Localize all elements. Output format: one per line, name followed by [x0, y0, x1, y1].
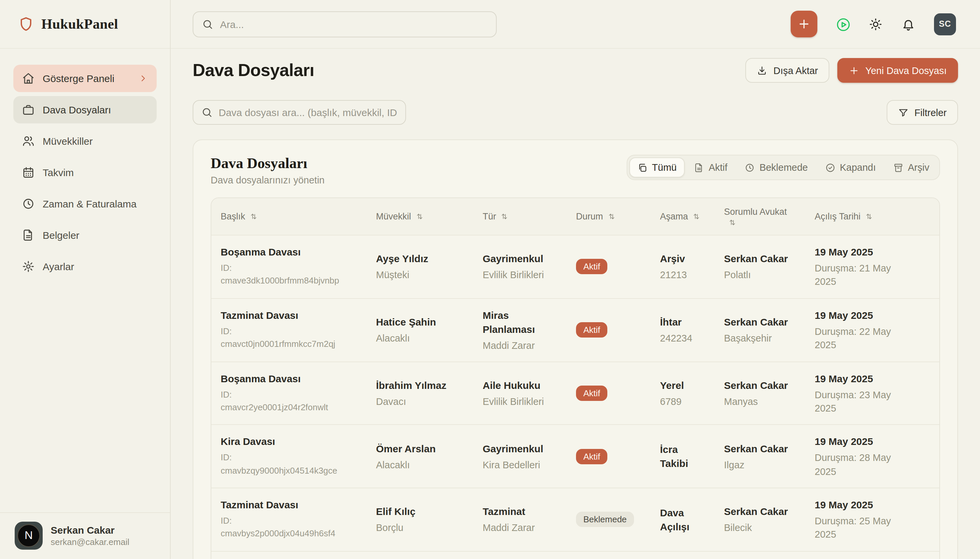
column-header[interactable]: Durum	[567, 198, 651, 235]
table-row[interactable]: Tazminat Davası ID:cmavbys2p000djx04u49h…	[211, 488, 939, 551]
house-icon	[22, 72, 35, 85]
account-avatar[interactable]: SC	[934, 13, 956, 35]
column-header[interactable]: Açılış Tarihi	[805, 198, 939, 235]
status-tab[interactable]: Aktif	[686, 157, 735, 177]
sidebar-item[interactable]: Ayarlar	[13, 253, 157, 280]
case-title: Tazminat Davası	[221, 309, 357, 321]
case-title: Boşanma Davası	[221, 372, 357, 384]
status-tab[interactable]: Kapandı	[817, 157, 884, 177]
case-type: Tazminat	[483, 504, 557, 518]
sort-icon	[728, 218, 737, 227]
calendar-icon	[22, 166, 35, 179]
case-id: ID:cmavbzqy9000hjx04514k3gce	[221, 451, 357, 477]
hearing-date: Duruşma: 25 May 2025	[815, 514, 896, 541]
lawyer-location: Bilecik	[724, 521, 796, 535]
client-role: Müşteki	[376, 268, 464, 282]
status-tab[interactable]: Beklemede	[737, 157, 816, 177]
tab-label: Beklemede	[759, 162, 808, 173]
case-type-sub: Maddi Zarar	[483, 339, 557, 352]
file-icon	[694, 162, 704, 172]
export-button[interactable]: Dışa Aktar	[745, 58, 829, 83]
client-name: Ömer Arslan	[376, 441, 464, 455]
tab-label: Aktif	[709, 162, 728, 173]
notifications-button[interactable]	[901, 17, 915, 31]
table-row[interactable]: Boşanma Davası ID:cmavcr2ye0001jz04r2fon…	[211, 362, 939, 425]
stage: İhtar	[660, 315, 705, 329]
stage: Yerel	[660, 378, 705, 392]
shield-logo-icon	[18, 15, 34, 33]
case-id: ID:cmavcr2ye0001jz04r2fonwlt	[221, 388, 357, 414]
topbar: SC	[171, 0, 980, 49]
sidebar-item[interactable]: Belgeler	[13, 222, 157, 249]
stage: İcra Takibi	[660, 442, 705, 470]
tour-play-button[interactable]	[836, 17, 850, 31]
panel-title: Dava Dosyaları	[211, 155, 325, 172]
hearing-date: Duruşma: 28 May 2025	[815, 451, 896, 478]
theme-toggle-button[interactable]	[869, 17, 883, 31]
global-search-input[interactable]	[220, 18, 487, 30]
client-name: Ayşe Yıldız	[376, 251, 464, 266]
case-search-input[interactable]	[219, 107, 397, 118]
client-name: Elif Kılıç	[376, 504, 464, 518]
column-header[interactable]: Müvekkil	[367, 198, 474, 235]
sort-icon	[607, 212, 616, 221]
clock-icon	[22, 197, 35, 210]
lawyer-location: Ilgaz	[724, 458, 796, 471]
column-header[interactable]: Başlık	[211, 198, 367, 235]
table-row[interactable]: Tazminat Davası ID:cmavct0jn0001rfmmkcc7…	[211, 298, 939, 362]
client-role: Borçlu	[376, 521, 464, 535]
lawyer-location: Başakşehir	[724, 332, 796, 345]
quick-add-button[interactable]	[791, 11, 817, 37]
cases-panel: Dava Dosyaları Dava dosyalarınızı yöneti…	[193, 139, 958, 559]
user-avatar: N	[15, 522, 43, 550]
sun-icon	[869, 17, 883, 31]
sidebar-item-label: Takvim	[43, 167, 74, 178]
status-tab[interactable]: Tümü	[629, 157, 685, 177]
case-type: Miras Planlaması	[483, 308, 557, 336]
sidebar-item-label: Zaman & Faturalama	[43, 198, 137, 210]
sidebar-item[interactable]: Gösterge Paneli	[13, 65, 157, 92]
client-role: Davacı	[376, 395, 464, 408]
client-name: Hatice Şahin	[376, 315, 464, 329]
case-type-sub: Evlilik Birlikleri	[483, 268, 557, 282]
hearing-date: Duruşma: 21 May 2025	[815, 261, 896, 288]
status-tab[interactable]: Arşiv	[885, 157, 937, 177]
search-icon	[202, 18, 213, 30]
download-icon	[757, 65, 767, 76]
table-row[interactable]: Kira Davası ID:cmavbzqy9000hjx04514k3gce…	[211, 425, 939, 488]
topbar-actions: SC	[791, 11, 956, 37]
stage: Dava Açılışı	[660, 506, 705, 534]
sidebar-item[interactable]: Zaman & Faturalama	[13, 190, 157, 217]
table-body: Boşanma Davası ID:cmave3dk1000brfmm84bjv…	[211, 235, 939, 551]
sidebar-item-label: Müvekkiller	[43, 136, 93, 147]
sort-icon	[415, 212, 424, 221]
tab-label: Arşiv	[908, 162, 929, 173]
sidebar-item[interactable]: Takvim	[13, 159, 157, 186]
sidebar-user[interactable]: N Serkan Cakar serkan@cakar.email	[0, 512, 170, 559]
column-header[interactable]: Sorumlu Avukat	[715, 198, 805, 235]
app-window: HukukPanel Gösterge Paneli Dava Dosyalar…	[0, 0, 980, 559]
case-title: Boşanma Davası	[221, 246, 357, 257]
table-row[interactable]: Boşanma Davası ID:cmave3dk1000brfmm84bjv…	[211, 235, 939, 298]
case-search[interactable]	[193, 100, 406, 125]
client-role: Alacaklı	[376, 332, 464, 345]
column-header[interactable]: Aşama	[651, 198, 715, 235]
sidebar-item[interactable]: Müvekkiller	[13, 127, 157, 155]
column-header[interactable]: Tür	[474, 198, 567, 235]
new-case-button[interactable]: Yeni Dava Dosyası	[837, 58, 958, 83]
hearing-date: Duruşma: 23 May 2025	[815, 388, 896, 415]
hearing-date: Duruşma: 22 May 2025	[815, 325, 896, 352]
filters-button[interactable]: Filtreler	[886, 100, 958, 125]
tab-label: Kapandı	[840, 162, 876, 173]
sort-icon	[249, 212, 258, 221]
copy-icon	[637, 162, 647, 172]
page-title: Dava Dosyaları	[193, 60, 314, 81]
sidebar-item-label: Ayarlar	[43, 261, 74, 272]
open-date: 19 May 2025	[815, 435, 930, 448]
global-search[interactable]	[193, 11, 497, 37]
stage-sub: 242234	[660, 332, 705, 345]
users-icon	[22, 135, 35, 147]
lawyer-name: Serkan Cakar	[724, 378, 796, 392]
case-type: Gayrimenkul	[483, 251, 557, 266]
sidebar-item[interactable]: Dava Dosyaları	[13, 96, 157, 123]
